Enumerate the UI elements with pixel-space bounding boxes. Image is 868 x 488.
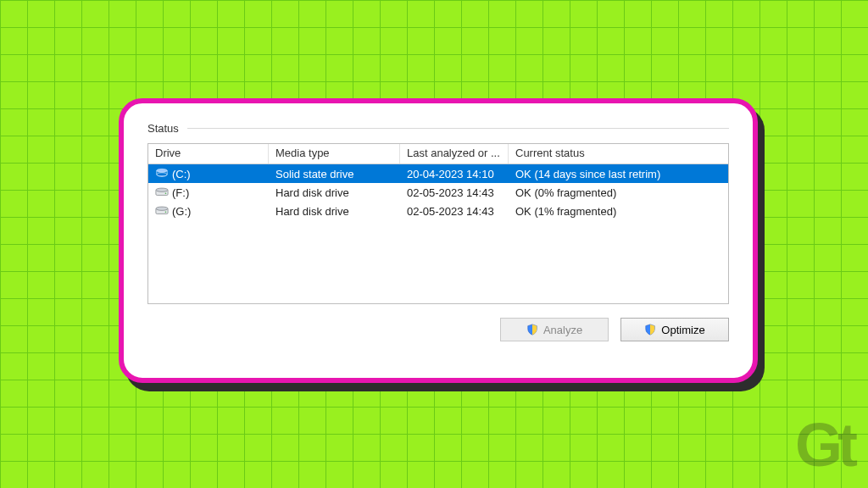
shield-icon xyxy=(644,324,656,336)
last-analyzed: 02-05-2023 14:43 xyxy=(400,205,509,218)
media-type: Hard disk drive xyxy=(269,186,400,199)
drive-icon xyxy=(155,186,169,200)
last-analyzed: 20-04-2023 14:10 xyxy=(400,168,509,180)
header-rule xyxy=(187,128,729,129)
svg-point-1 xyxy=(157,172,167,175)
optimize-button-label: Optimize xyxy=(661,324,704,336)
column-header-last[interactable]: Last analyzed or ... xyxy=(400,144,509,164)
current-status: OK (0% fragmented) xyxy=(509,186,728,199)
watermark-logo: Gt xyxy=(795,410,853,480)
svg-point-3 xyxy=(156,188,168,191)
analyze-button[interactable]: Analyze xyxy=(500,318,609,341)
button-row: Analyze Optimize xyxy=(147,318,729,341)
media-type: Hard disk drive xyxy=(269,205,400,218)
table-row[interactable]: (F:)Hard disk drive02-05-2023 14:43OK (0… xyxy=(148,183,728,202)
analyze-button-label: Analyze xyxy=(543,324,582,336)
svg-point-6 xyxy=(156,207,168,210)
table-row[interactable]: (G:)Hard disk drive02-05-2023 14:43OK (1… xyxy=(148,202,728,220)
drive-name: (F:) xyxy=(172,186,189,199)
drive-icon xyxy=(155,167,169,181)
column-header-status[interactable]: Current status xyxy=(509,144,728,164)
table-row[interactable]: (C:)Solid state drive20-04-2023 14:10OK … xyxy=(148,164,728,183)
media-type: Solid state drive xyxy=(269,168,400,180)
current-status: OK (14 days since last retrim) xyxy=(509,168,728,180)
optimize-button[interactable]: Optimize xyxy=(620,318,729,341)
column-header-drive[interactable]: Drive xyxy=(148,144,269,164)
drive-name: (G:) xyxy=(172,205,191,218)
last-analyzed: 02-05-2023 14:43 xyxy=(400,186,509,199)
svg-point-0 xyxy=(157,169,167,172)
drive-icon xyxy=(155,204,169,219)
current-status: OK (1% fragmented) xyxy=(509,205,728,218)
column-header-media[interactable]: Media type xyxy=(269,144,400,164)
status-label: Status xyxy=(147,122,187,135)
drives-table: Drive Media type Last analyzed or ... Cu… xyxy=(147,143,729,304)
shield-icon xyxy=(526,324,538,336)
svg-point-4 xyxy=(165,192,167,194)
status-section-header: Status xyxy=(147,122,729,135)
drive-name: (C:) xyxy=(172,168,191,180)
optimize-drives-panel: Status Drive Media type Last analyzed or… xyxy=(119,98,758,383)
svg-point-7 xyxy=(165,211,167,213)
table-body: (C:)Solid state drive20-04-2023 14:10OK … xyxy=(148,164,728,220)
table-header: Drive Media type Last analyzed or ... Cu… xyxy=(148,144,728,164)
